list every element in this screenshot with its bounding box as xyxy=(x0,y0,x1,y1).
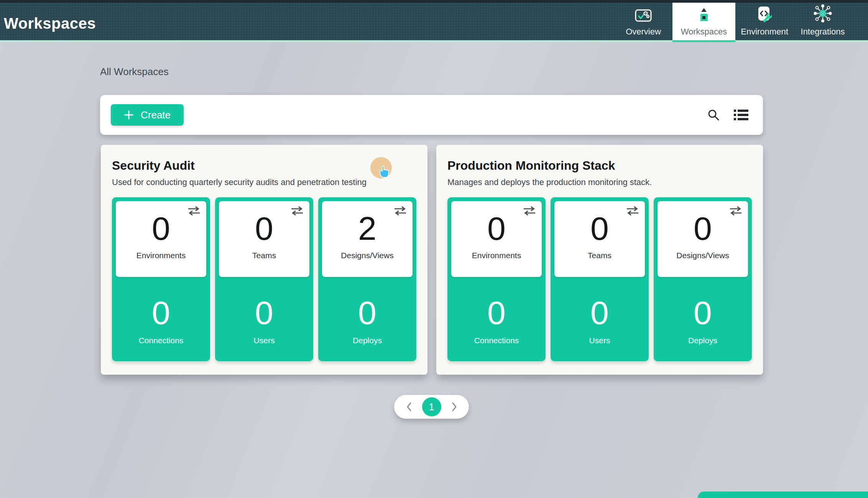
stat-label: Environments xyxy=(136,251,186,260)
stat-value: 0 xyxy=(487,296,506,329)
app-title: Workspaces xyxy=(4,15,96,32)
stat-value: 2 xyxy=(358,212,376,245)
overview-icon xyxy=(635,6,652,23)
search-icon[interactable] xyxy=(707,108,720,121)
stat-tile-designs: 2 Designs/Views 0 Deploys xyxy=(318,197,416,361)
stat-label: Connections xyxy=(474,336,519,345)
stat-value: 0 xyxy=(590,212,609,245)
plus-icon xyxy=(124,110,134,120)
workspace-description: Used for conducting quarterly security a… xyxy=(112,177,416,187)
stat-tile-top: 2 Designs/Views xyxy=(322,201,413,277)
stat-value: 0 xyxy=(255,296,273,329)
workspace-cards: Security Audit Used for conducting quart… xyxy=(101,145,763,375)
stat-value: 0 xyxy=(487,212,506,245)
workspace-toolbar: Create xyxy=(100,95,763,135)
stat-label: Deploys xyxy=(353,336,382,345)
nav-tabs: Overview Workspaces Environment xyxy=(614,3,852,42)
stat-label: Teams xyxy=(252,251,276,260)
stat-label: Environments xyxy=(472,251,521,260)
stat-label: Deploys xyxy=(688,336,717,345)
stat-tile-top: 0 Environments xyxy=(451,201,542,277)
stat-tile-bottom: 0 Connections xyxy=(112,281,210,345)
pagination: 1 xyxy=(394,395,469,419)
stat-label: Designs/Views xyxy=(676,251,729,260)
stat-label: Connections xyxy=(139,336,184,345)
chevron-left-icon[interactable] xyxy=(405,401,413,413)
stat-label: Users xyxy=(589,336,610,345)
swap-arrows-icon[interactable] xyxy=(729,206,743,216)
workspace-description: Manages and deploys the production monit… xyxy=(447,177,752,187)
nav-tab-label: Overview xyxy=(626,27,661,37)
page-title: All Workspaces xyxy=(100,66,169,78)
stat-tile-teams: 0 Teams 0 Users xyxy=(551,197,649,361)
stat-value: 0 xyxy=(255,212,273,245)
swap-arrows-icon[interactable] xyxy=(626,206,639,216)
top-navbar: Workspaces Overview Workspaces xyxy=(0,0,868,42)
stat-tile-bottom: 0 Users xyxy=(215,281,313,345)
stat-label: Teams xyxy=(588,251,612,260)
chevron-right-icon[interactable] xyxy=(450,401,458,413)
stat-value: 0 xyxy=(152,296,170,329)
workspace-title: Production Monitoring Stack xyxy=(447,159,752,173)
environment-icon xyxy=(756,6,773,23)
stat-tile-environments: 0 Environments 0 Connections xyxy=(112,197,210,361)
workspace-card-security-audit[interactable]: Security Audit Used for conducting quart… xyxy=(101,145,427,375)
stat-tile-environments: 0 Environments 0 Connections xyxy=(447,197,546,361)
list-view-icon[interactable] xyxy=(734,109,748,121)
stat-tile-bottom: 0 Deploys xyxy=(654,281,752,345)
stat-tile-bottom: 0 Connections xyxy=(447,281,546,345)
nav-tab-environment[interactable]: Environment xyxy=(735,3,794,42)
workspace-card-production-monitoring[interactable]: Production Monitoring Stack Manages and … xyxy=(436,145,763,375)
stat-value: 0 xyxy=(358,296,376,329)
nav-tab-label: Integrations xyxy=(801,27,845,37)
stat-value: 0 xyxy=(590,296,609,329)
workspaces-icon xyxy=(700,6,708,23)
stat-label: Users xyxy=(254,336,275,345)
stat-value: 0 xyxy=(694,212,712,245)
swap-arrows-icon[interactable] xyxy=(393,206,407,216)
integrations-icon xyxy=(813,6,833,23)
stat-tile-teams: 0 Teams 0 Users xyxy=(215,197,313,361)
stat-value: 0 xyxy=(152,212,170,245)
stat-tile-bottom: 0 Deploys xyxy=(318,281,416,345)
nav-tab-overview[interactable]: Overview xyxy=(614,3,672,42)
stat-value: 0 xyxy=(694,296,712,329)
stat-tile-top: 0 Teams xyxy=(554,201,645,277)
stat-tile-top: 0 Environments xyxy=(116,201,206,277)
swap-arrows-icon[interactable] xyxy=(187,206,201,216)
stat-tile-top: 0 Teams xyxy=(219,201,309,277)
stat-tile-designs: 0 Designs/Views 0 Deploys xyxy=(654,197,752,361)
stat-tile-bottom: 0 Users xyxy=(551,281,649,345)
bottom-right-toast[interactable] xyxy=(698,491,868,498)
stat-tile-top: 0 Designs/Views xyxy=(658,201,748,277)
workspace-title: Security Audit xyxy=(112,159,416,173)
swap-arrows-icon[interactable] xyxy=(290,206,304,216)
nav-tab-label: Workspaces xyxy=(681,27,727,37)
create-button[interactable]: Create xyxy=(111,104,184,126)
swap-arrows-icon[interactable] xyxy=(523,206,536,216)
nav-tab-workspaces[interactable]: Workspaces xyxy=(672,3,735,42)
nav-tab-label: Environment xyxy=(741,27,788,37)
nav-tab-integrations[interactable]: Integrations xyxy=(794,3,852,42)
stat-label: Designs/Views xyxy=(341,251,393,260)
page-number-button[interactable]: 1 xyxy=(422,397,441,416)
create-button-label: Create xyxy=(141,109,171,121)
